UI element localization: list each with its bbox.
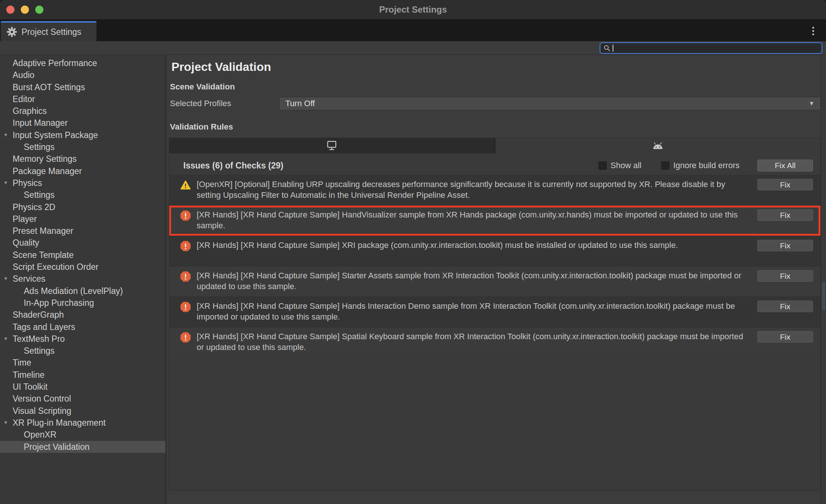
project-settings-window: Project Settings (0, 0, 826, 504)
sidebar-item-label: Input Manager (13, 118, 68, 128)
sidebar-item-label: Settings (24, 190, 55, 200)
error-icon (180, 271, 191, 282)
sidebar-item[interactable]: ▼ Physics (0, 177, 165, 189)
tab-platform-desktop[interactable] (169, 138, 495, 153)
issue-text: [XR Hands] [XR Hand Capture Sample] Hand… (197, 209, 746, 231)
selected-profiles-row: Selected Profiles Turn Off ▼ (170, 97, 821, 110)
validation-rules-panel: Issues (6) of Checks (29) Show all Ignor… (169, 138, 821, 490)
sidebar-item[interactable]: Editor (0, 93, 165, 105)
sidebar-item[interactable]: OpenXR (0, 429, 165, 441)
issue-text: [OpenXR] [Optional] Enabling URP upscali… (197, 179, 746, 200)
window-title: Project Settings (0, 0, 826, 19)
sidebar-item[interactable]: Tags and Layers (0, 321, 165, 333)
issues-title: Issues (6) of Checks (29) (183, 161, 283, 171)
sidebar-item[interactable]: Adaptive Performance (0, 57, 165, 69)
sidebar-item[interactable]: Ads Mediation (LevelPlay) (0, 285, 165, 297)
error-icon (180, 210, 191, 221)
sidebar-item[interactable]: ▼ Services (0, 273, 165, 285)
sidebar-item[interactable]: Settings (0, 345, 165, 357)
foldout-arrow-icon[interactable]: ▼ (3, 273, 8, 285)
sidebar-item[interactable]: ShaderGraph (0, 309, 165, 321)
sidebar-item[interactable]: ▼ XR Plug-in Management (0, 417, 165, 429)
sidebar-item-label: Package Manager (13, 166, 82, 176)
content: Adaptive Performance Audio Burst AOT Set… (0, 55, 826, 504)
sidebar-item[interactable]: Physics 2D (0, 201, 165, 213)
sidebar-item[interactable]: Settings (0, 189, 165, 201)
issue-text: [XR Hands] [XR Hand Capture Sample] XRI … (197, 240, 746, 251)
sidebar-item[interactable]: ▼ TextMesh Pro (0, 333, 165, 345)
issues-header: Issues (6) of Checks (29) Show all Ignor… (169, 156, 820, 175)
sidebar-item[interactable]: UI Toolkit (0, 381, 165, 393)
editor-tabstrip: Project Settings (0, 19, 826, 41)
issue-row: [XR Hands] [XR Hand Capture Sample] Hand… (169, 297, 820, 327)
issues-list: [OpenXR] [Optional] Enabling URP upscali… (169, 175, 820, 357)
fix-button[interactable]: Fix (757, 331, 813, 343)
sidebar-item-label: Timeline (13, 370, 45, 380)
tab-label: Project Settings (22, 27, 81, 37)
issue-row: [OpenXR] [Optional] Enabling URP upscali… (169, 175, 820, 205)
sidebar-item[interactable]: Timeline (0, 369, 165, 381)
sidebar-item-label: Ads Mediation (LevelPlay) (24, 286, 123, 296)
foldout-arrow-icon[interactable]: ▼ (3, 177, 8, 189)
tab-platform-android[interactable] (495, 138, 821, 153)
sidebar-item-label: XR Plug-in Management (13, 418, 106, 428)
sidebar-item[interactable]: ▼ Input System Package (0, 129, 165, 141)
sidebar-item-label: Player (13, 214, 37, 224)
sidebar-item[interactable]: Memory Settings (0, 153, 165, 165)
sidebar-item[interactable]: Input Manager (0, 117, 165, 129)
sidebar-item-label: ShaderGraph (13, 310, 64, 320)
vertical-scrollbar[interactable] (821, 55, 826, 504)
sidebar-item-label: Settings (24, 346, 55, 356)
search-toolbar (0, 41, 826, 55)
sidebar-item[interactable]: Quality (0, 237, 165, 249)
issue-row: [XR Hands] [XR Hand Capture Sample] XRI … (169, 236, 820, 266)
selected-profiles-dropdown[interactable]: Turn Off ▼ (279, 97, 821, 110)
sidebar-item-label: Graphics (13, 106, 47, 116)
sidebar-item-label: Version Control (13, 394, 71, 403)
error-icon (180, 302, 191, 312)
sidebar-item[interactable]: Burst AOT Settings (0, 81, 165, 93)
fix-button[interactable]: Fix (757, 209, 813, 221)
fix-button[interactable]: Fix (757, 301, 813, 312)
sidebar-item[interactable]: Time (0, 357, 165, 369)
sidebar-item-label: In-App Purchasing (24, 298, 94, 308)
fix-button[interactable]: Fix (757, 179, 813, 190)
sidebar-item-label: Audio (13, 70, 35, 80)
search-input[interactable] (613, 44, 819, 52)
kebab-menu-icon[interactable] (808, 25, 818, 36)
search-box[interactable] (600, 42, 822, 54)
sidebar-item-label: Scene Template (13, 250, 74, 260)
sidebar-item[interactable]: Version Control (0, 393, 165, 405)
validation-rules-heading: Validation Rules (170, 122, 826, 132)
sidebar-item-label: Adaptive Performance (13, 58, 97, 68)
sidebar-item[interactable]: Player (0, 213, 165, 225)
gear-icon (7, 27, 17, 37)
sidebar-item[interactable]: Visual Scripting (0, 405, 165, 417)
dropdown-value: Turn Off (285, 99, 809, 108)
tab-project-settings[interactable]: Project Settings (1, 21, 96, 41)
foldout-arrow-icon[interactable]: ▼ (3, 129, 8, 141)
sidebar-item[interactable]: Project Validation (0, 441, 165, 453)
settings-sidebar: Adaptive Performance Audio Burst AOT Set… (0, 55, 166, 504)
foldout-arrow-icon[interactable]: ▼ (3, 333, 8, 345)
platform-tabs (169, 138, 820, 153)
fix-all-button[interactable]: Fix All (757, 160, 813, 171)
sidebar-item[interactable]: Audio (0, 69, 165, 81)
fix-button[interactable]: Fix (757, 270, 813, 282)
ignore-build-errors-checkbox[interactable] (661, 161, 669, 170)
sidebar-item[interactable]: Settings (0, 141, 165, 153)
sidebar-item[interactable]: Preset Manager (0, 225, 165, 237)
show-all-checkbox[interactable] (599, 161, 607, 170)
sidebar-item-label: Settings (24, 142, 55, 152)
issue-row: [XR Hands] [XR Hand Capture Sample] Hand… (169, 205, 820, 236)
sidebar-item[interactable]: Graphics (0, 105, 165, 117)
sidebar-item[interactable]: Script Execution Order (0, 261, 165, 273)
sidebar-item[interactable]: Package Manager (0, 165, 165, 177)
error-icon (180, 332, 191, 343)
sidebar-item-label: Preset Manager (13, 226, 73, 236)
fix-button[interactable]: Fix (757, 240, 813, 251)
scrollbar-thumb[interactable] (822, 282, 825, 310)
foldout-arrow-icon[interactable]: ▼ (3, 417, 8, 429)
sidebar-item[interactable]: In-App Purchasing (0, 297, 165, 309)
sidebar-item[interactable]: Scene Template (0, 249, 165, 261)
